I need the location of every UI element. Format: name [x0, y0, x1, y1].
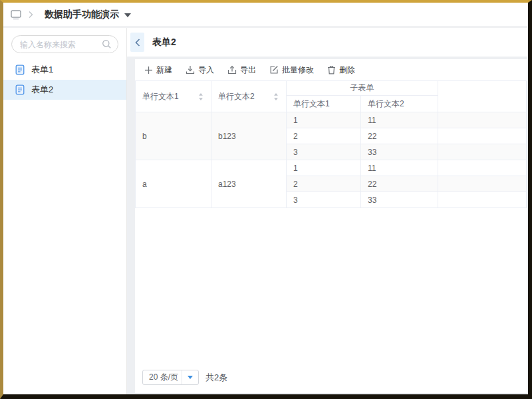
delete-icon: [327, 65, 336, 74]
data-table: 单行文本1: [135, 80, 527, 208]
table-row: bb123111: [136, 112, 527, 128]
column-group-subform: 子表单: [287, 81, 438, 96]
sort-icon[interactable]: [273, 92, 279, 101]
cell-filler: [438, 192, 527, 208]
page-title: 表单2: [152, 37, 176, 49]
table-row: aa123111: [136, 160, 527, 176]
batch-edit-button[interactable]: 批量修改: [269, 65, 314, 76]
delete-button[interactable]: 删除: [327, 65, 355, 76]
sub-cell-text2: 11: [361, 112, 438, 128]
cell-text1: a: [136, 160, 211, 208]
edit-icon: [269, 65, 279, 74]
column-header-text1[interactable]: 单行文本1: [136, 81, 211, 112]
sub-cell-text1: 2: [287, 176, 361, 192]
content-card: 新建 导入: [135, 59, 527, 393]
pagination-bar: 20 条/页 共2条: [135, 370, 527, 393]
search-icon[interactable]: [102, 39, 112, 49]
cell-filler: [438, 144, 527, 160]
cell-filler: [438, 160, 527, 176]
new-button[interactable]: 新建: [144, 65, 172, 76]
import-button[interactable]: 导入: [186, 65, 214, 76]
column-header-text2[interactable]: 单行文本2: [211, 81, 287, 112]
document-icon: [15, 65, 25, 75]
page-size-value: 20 条/页: [143, 372, 182, 383]
sub-cell-text2: 11: [361, 160, 438, 176]
sub-cell-text2: 22: [361, 128, 438, 144]
cell-text2: a123: [211, 160, 287, 208]
chevron-left-icon: [134, 38, 141, 47]
sidebar-item-label: 表单2: [31, 84, 53, 96]
sidebar: 表单1 表单2: [3, 28, 127, 394]
sub-column-header-text2: 单行文本2: [361, 96, 438, 112]
sub-column-header-text1: 单行文本1: [287, 96, 361, 112]
search-box: [11, 35, 118, 53]
import-icon: [186, 65, 195, 74]
sub-cell-text1: 1: [287, 160, 361, 176]
chevron-down-icon[interactable]: [124, 13, 131, 17]
sub-cell-text2: 33: [361, 192, 438, 208]
top-bar: 数据助手功能演示: [3, 3, 528, 28]
column-header-filler: [438, 81, 527, 112]
toolbar: 新建 导入: [135, 59, 527, 80]
sub-cell-text2: 33: [361, 144, 438, 160]
app-title[interactable]: 数据助手功能演示: [45, 9, 119, 21]
export-button[interactable]: 导出: [227, 65, 256, 76]
caret-down-icon: [188, 376, 193, 379]
card-empty-space: [135, 208, 527, 370]
sub-cell-text1: 1: [287, 112, 361, 128]
app-window: 数据助手功能演示: [0, 0, 532, 399]
main-area: 表单2 新建: [127, 28, 528, 394]
sub-cell-text1: 3: [287, 144, 361, 160]
monitor-icon[interactable]: [10, 9, 22, 20]
sub-cell-text1: 3: [287, 192, 361, 208]
export-icon: [227, 65, 237, 74]
chevron-right-icon: [28, 11, 33, 19]
cell-filler: [438, 128, 527, 144]
cell-filler: [438, 176, 527, 192]
page-size-select[interactable]: 20 条/页: [142, 370, 199, 385]
cell-filler: [438, 112, 527, 128]
back-button[interactable]: [130, 33, 144, 52]
sidebar-item-form1[interactable]: 表单1: [3, 60, 126, 80]
page-header: 表单2: [127, 28, 528, 57]
sidebar-item-label: 表单1: [31, 64, 53, 76]
cell-text1: b: [136, 112, 211, 160]
sort-icon[interactable]: [198, 92, 204, 101]
document-icon: [15, 84, 25, 95]
cell-text2: b123: [211, 112, 287, 160]
plus-icon: [144, 66, 153, 74]
select-caret-box[interactable]: [182, 370, 198, 384]
total-count: 共2条: [205, 372, 227, 384]
sidebar-item-form2[interactable]: 表单2: [3, 80, 126, 100]
sub-cell-text2: 22: [361, 176, 438, 192]
sub-cell-text1: 2: [287, 128, 361, 144]
